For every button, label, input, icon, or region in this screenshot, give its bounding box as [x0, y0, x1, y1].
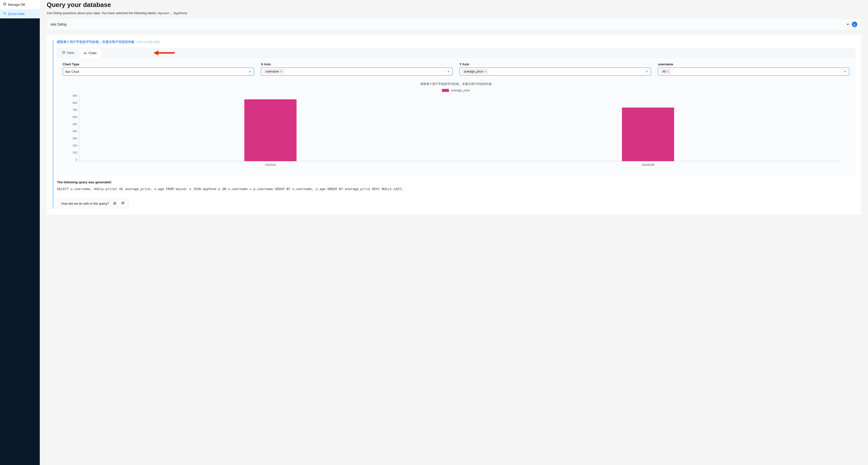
legend-label: average_price: [451, 89, 470, 92]
svg-rect-3: [62, 51, 65, 54]
sidebar-item-manage-db[interactable]: Manage DB: [0, 0, 40, 9]
y-tick: 200: [72, 144, 77, 147]
main-content: Query your database Ask Defog questions …: [40, 0, 868, 465]
control-x-axis: X Axis username ✕ ▼: [261, 62, 453, 75]
database-icon: [3, 2, 6, 7]
hide-table-link[interactable]: Click to hide table: [136, 40, 160, 44]
sidebar-filler: [0, 19, 40, 465]
bar-chart-icon: [84, 51, 87, 55]
y-axis-chip: average_price ✕: [462, 69, 488, 74]
x-tick-label: JohnDoe: [244, 163, 297, 166]
chart-legend: average_price: [72, 89, 839, 92]
chart-title: 获取每个用户手机的平均价格，并显示用户对应的年龄: [72, 82, 839, 86]
table-icon: [62, 51, 65, 55]
caret-down-icon[interactable]: [847, 24, 849, 25]
svg-point-1: [3, 12, 5, 14]
chip-remove-icon[interactable]: ✕: [666, 70, 669, 73]
y-tick: 900: [72, 94, 77, 97]
tab-chart[interactable]: Chart: [79, 48, 101, 58]
svg-line-2: [5, 14, 6, 15]
chart-controls-panel: Chart Type Bar Chart ▼ X Axis username: [57, 58, 855, 175]
query-sql: SELECT u.username, AVG(p.price) AS avera…: [57, 187, 855, 192]
bars-container: [79, 94, 839, 161]
chart-area: 获取每个用户手机的平均价格，并显示用户对应的年龄 average_price 9…: [63, 80, 849, 169]
y-tick: 800: [72, 101, 77, 104]
page-subtitle: Ask Defog questions about your data. You…: [47, 11, 861, 15]
username-filter-select[interactable]: All ✕ ▼: [658, 68, 849, 75]
y-axis-label: Y Axis: [460, 62, 651, 66]
feedback-box: How did we do with is this query?: [57, 198, 129, 209]
chart-plot: 9008007006005004003002001000 JohnDoeJane…: [72, 94, 839, 166]
chart-type-label: Chart Type: [63, 62, 254, 66]
y-tick: 500: [72, 123, 77, 126]
thumbs-up-icon[interactable]: [113, 201, 117, 206]
y-tick: 300: [72, 137, 77, 140]
x-axis-chip: username ✕: [264, 69, 284, 74]
selected-tables: myuser, myphone: [158, 11, 187, 15]
chip-remove-icon[interactable]: ✕: [280, 70, 282, 73]
sidebar-item-label: Manage DB: [8, 3, 25, 6]
username-chip: All ✕: [661, 69, 671, 74]
annotation-arrow-icon: [153, 49, 175, 56]
chevron-down-icon: ▼: [447, 70, 450, 73]
query-section: The following query was generated: SELEC…: [57, 180, 855, 192]
result-tabs: Table Chart: [57, 48, 855, 58]
svg-point-0: [3, 3, 6, 3]
control-y-axis: Y Axis average_price ✕ ▼: [460, 62, 651, 75]
chart-bar: [622, 107, 674, 161]
ask-defog-label: Ask Defog: [51, 22, 67, 26]
y-axis: 9008007006005004003002001000: [72, 94, 79, 161]
page-title: Query your database: [47, 1, 861, 9]
result-question: 获取每个用户手机的平均价格，并显示用户对应的年龄 Click to hide t…: [57, 40, 855, 44]
y-tick: 100: [72, 151, 77, 154]
chart-type-select[interactable]: Bar Chart ▼: [63, 68, 254, 75]
chip-remove-icon[interactable]: ✕: [484, 70, 486, 73]
chevron-down-icon: ▼: [844, 70, 847, 73]
chart-bar: [244, 99, 297, 161]
y-axis-select[interactable]: average_price ✕ ▼: [460, 68, 651, 75]
y-tick: 700: [72, 108, 77, 111]
tab-table[interactable]: Table: [57, 48, 79, 58]
control-chart-type: Chart Type Bar Chart ▼: [63, 62, 254, 75]
thumbs-down-icon[interactable]: [121, 201, 125, 206]
y-tick: 0: [75, 158, 77, 161]
legend-swatch: [442, 89, 449, 92]
sidebar: Manage DB Query Data: [0, 0, 40, 465]
chevron-down-icon: ▼: [249, 70, 251, 73]
svg-marker-12: [153, 51, 158, 56]
control-username-filter: username All ✕ ▼: [658, 62, 849, 75]
feedback-prompt: How did we do with is this query?: [61, 202, 109, 205]
chevron-down-icon: ▼: [646, 70, 648, 73]
moon-icon[interactable]: [852, 22, 857, 27]
y-tick: 400: [72, 130, 77, 133]
search-icon: [3, 12, 6, 16]
sidebar-item-label: Query Data: [8, 12, 24, 15]
y-tick: 600: [72, 115, 77, 119]
ask-defog-bar[interactable]: Ask Defog: [47, 19, 861, 30]
x-axis-select[interactable]: username ✕ ▼: [261, 68, 453, 75]
result-card: 获取每个用户手机的平均价格，并显示用户对应的年龄 Click to hide t…: [47, 35, 861, 214]
x-axis-label: X Axis: [261, 62, 453, 66]
query-heading: The following query was generated:: [57, 180, 855, 184]
x-axis-labels: JohnDoeJaneSmith: [79, 163, 839, 166]
x-tick-label: JaneSmith: [622, 163, 674, 166]
sidebar-item-query-data[interactable]: Query Data: [0, 9, 40, 19]
username-filter-label: username: [658, 62, 849, 66]
